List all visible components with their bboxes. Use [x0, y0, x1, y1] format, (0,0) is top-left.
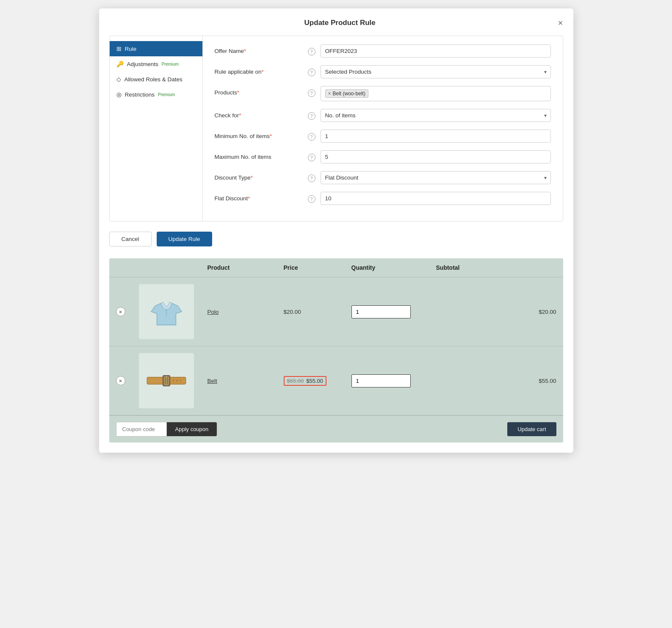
- min-items-label: Minimum No. of items*: [215, 130, 308, 139]
- cart-table: Product Price Quantity Subtotal ×: [109, 258, 563, 415]
- col-product-header: Product: [201, 258, 277, 277]
- modal-title: Update Product Rule: [122, 19, 558, 27]
- sidebar-label-restrictions: Restrictions: [125, 91, 155, 98]
- min-items-row: Minimum No. of items* ?: [215, 130, 551, 143]
- belt-qty-input[interactable]: [351, 374, 411, 387]
- max-items-help-icon[interactable]: ?: [308, 154, 315, 161]
- discount-type-help-icon[interactable]: ?: [308, 174, 315, 182]
- flat-discount-input[interactable]: [321, 192, 551, 205]
- offer-name-row: Offer Name* ?: [215, 44, 551, 58]
- offer-name-help[interactable]: ?: [308, 44, 321, 55]
- sidebar-item-rule[interactable]: ⊞ Rule: [110, 41, 202, 56]
- check-for-help[interactable]: ?: [308, 109, 321, 120]
- close-button[interactable]: ×: [558, 19, 563, 27]
- premium-badge-adjustments: Premium: [162, 62, 179, 66]
- col-subtotal-header: Subtotal: [429, 258, 563, 277]
- min-items-input[interactable]: [321, 130, 551, 143]
- flat-discount-row: Flat Discount* ?: [215, 192, 551, 205]
- flat-discount-label: Flat Discount*: [215, 192, 308, 202]
- products-tag-input[interactable]: × Belt (woo-belt): [321, 86, 551, 101]
- action-buttons: Cancel Update Rule: [109, 232, 563, 246]
- sidebar-label-roles: Allowed Roles & Dates: [124, 76, 183, 83]
- cart-section: Product Price Quantity Subtotal ×: [109, 258, 563, 443]
- rule-applicable-control: Selected Products All Products Category …: [321, 65, 551, 78]
- offer-name-control: [321, 44, 551, 58]
- belt-remove-cell: ×: [109, 346, 132, 415]
- polo-subtotal: $20.00: [539, 309, 556, 315]
- belt-image: [139, 353, 194, 408]
- rule-applicable-select-wrap: Selected Products All Products Category …: [321, 65, 551, 78]
- cart-table-body: ×: [109, 277, 563, 415]
- polo-price-cell: $20.00: [277, 277, 345, 346]
- max-items-input[interactable]: [321, 150, 551, 163]
- polo-product-link[interactable]: Polo: [207, 309, 219, 315]
- max-items-label: Maximum No. of items: [215, 150, 308, 160]
- polo-image: [139, 284, 194, 339]
- flat-discount-control: [321, 192, 551, 205]
- update-rule-button[interactable]: Update Rule: [157, 232, 212, 246]
- update-cart-button[interactable]: Update cart: [507, 422, 556, 436]
- sidebar-label-rule: Rule: [125, 46, 137, 52]
- products-control: × Belt (woo-belt): [321, 86, 551, 101]
- discount-type-control: Flat Discount Percentage Discount ▾: [321, 171, 551, 184]
- premium-badge-restrictions: Premium: [158, 92, 175, 97]
- col-remove: [109, 258, 132, 277]
- min-items-help-icon[interactable]: ?: [308, 133, 315, 141]
- belt-price-cell: $65.00 $55.00: [277, 346, 345, 415]
- discount-type-label: Discount Type*: [215, 171, 308, 181]
- sidebar-label-adjustments: Adjustments: [127, 61, 158, 67]
- belt-illustration: [145, 368, 188, 393]
- belt-remove-button[interactable]: ×: [116, 376, 125, 385]
- check-for-help-icon[interactable]: ?: [308, 112, 315, 120]
- discount-type-help[interactable]: ?: [308, 171, 321, 182]
- offer-name-input[interactable]: [321, 44, 551, 58]
- cart-footer: Apply coupon Update cart: [109, 415, 563, 443]
- flat-discount-help-icon[interactable]: ?: [308, 195, 315, 203]
- coupon-input[interactable]: [116, 422, 167, 437]
- polo-image-cell: [132, 277, 201, 346]
- rule-applicable-help[interactable]: ?: [308, 65, 321, 76]
- cart-table-header: Product Price Quantity Subtotal: [109, 258, 563, 277]
- polo-remove-button[interactable]: ×: [116, 307, 125, 316]
- check-for-select[interactable]: No. of items Amount: [321, 109, 551, 122]
- roles-icon: ◇: [116, 76, 121, 83]
- belt-subtotal: $55.00: [539, 378, 556, 384]
- apply-coupon-button[interactable]: Apply coupon: [167, 422, 217, 436]
- rule-applicable-help-icon[interactable]: ?: [308, 69, 315, 76]
- polo-name-cell: Polo: [201, 277, 277, 346]
- rule-applicable-select[interactable]: Selected Products All Products Category: [321, 65, 551, 78]
- check-for-control: No. of items Amount ▾: [321, 109, 551, 122]
- offer-name-help-icon[interactable]: ?: [308, 48, 315, 55]
- product-tag: × Belt (woo-belt): [325, 89, 368, 98]
- discount-type-select[interactable]: Flat Discount Percentage Discount: [321, 171, 551, 184]
- products-help-icon[interactable]: ?: [308, 89, 315, 97]
- polo-qty-cell: [345, 277, 429, 346]
- form-body: Offer Name* ? Rule applicable on* ?: [203, 36, 563, 221]
- tag-remove-icon[interactable]: ×: [328, 91, 331, 97]
- offer-name-label: Offer Name*: [215, 44, 308, 54]
- cart-row-belt: ×: [109, 346, 563, 415]
- svg-point-2: [166, 315, 167, 316]
- max-items-help[interactable]: ?: [308, 150, 321, 161]
- products-help[interactable]: ?: [308, 86, 321, 97]
- col-price-header: Price: [277, 258, 345, 277]
- cart-row-polo: ×: [109, 277, 563, 346]
- polo-remove-cell: ×: [109, 277, 132, 346]
- modal-header: Update Product Rule ×: [109, 19, 563, 27]
- belt-image-cell: [132, 346, 201, 415]
- belt-product-link[interactable]: Belt: [207, 378, 217, 384]
- rule-applicable-label: Rule applicable on*: [215, 65, 308, 75]
- sidebar-item-adjustments[interactable]: 🔑 AdjustmentsPremium: [110, 56, 202, 72]
- max-items-row: Maximum No. of items ?: [215, 150, 551, 163]
- sidebar-item-restrictions[interactable]: ◎ RestrictionsPremium: [110, 87, 202, 102]
- polo-qty-input[interactable]: [351, 305, 411, 318]
- flat-discount-help[interactable]: ?: [308, 192, 321, 203]
- rule-applicable-row: Rule applicable on* ? Selected Products …: [215, 65, 551, 78]
- sidebar-item-roles-dates[interactable]: ◇ Allowed Roles & Dates: [110, 72, 202, 87]
- belt-subtotal-cell: $55.00: [429, 346, 563, 415]
- cancel-button[interactable]: Cancel: [109, 232, 152, 246]
- check-for-label: Check for*: [215, 109, 308, 119]
- svg-point-1: [166, 313, 167, 314]
- form-container: ⊞ Rule 🔑 AdjustmentsPremium ◇ Allowed Ro…: [109, 36, 563, 221]
- min-items-help[interactable]: ?: [308, 130, 321, 141]
